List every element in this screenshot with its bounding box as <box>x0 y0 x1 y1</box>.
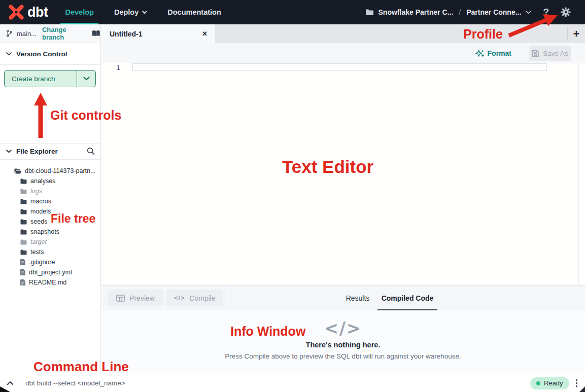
version-control-header[interactable]: Version Control <box>0 43 100 65</box>
version-control-title: Version Control <box>16 50 67 58</box>
text-editor[interactable]: 1 <box>101 63 585 285</box>
project-name: Partner Conne... <box>466 8 521 16</box>
nav-deploy[interactable]: Deploy <box>114 0 147 24</box>
dbt-logo[interactable]: dbt <box>8 4 48 20</box>
tree-item-seeds[interactable]: seeds <box>0 217 100 227</box>
preview-label: Preview <box>129 294 155 302</box>
tab-untitled-1[interactable]: Untitled-1 ✕ <box>101 24 215 43</box>
editor-toolbar: Format Save As <box>101 43 585 63</box>
folder-icon <box>20 229 27 235</box>
tree-item-label: seeds <box>30 218 47 225</box>
folder-open-icon <box>14 168 21 174</box>
status-dot <box>536 381 540 385</box>
tree-item-label: dbt_project.yml <box>29 269 72 276</box>
tree-item-macros[interactable]: macros <box>0 196 100 206</box>
close-tab-icon[interactable]: ✕ <box>202 30 208 38</box>
format-sparkle-icon <box>475 49 484 58</box>
breadcrumb-separator: / <box>459 8 461 16</box>
command-bar-divider <box>19 377 19 390</box>
file-explorer-header[interactable]: File Explorer <box>0 143 100 160</box>
tabbar-spacer <box>215 24 567 43</box>
folder-icon <box>20 219 27 225</box>
docs-book-icon[interactable] <box>92 30 100 37</box>
tree-item-readme-md[interactable]: README.md <box>0 277 100 288</box>
nav-develop[interactable]: Develop <box>65 0 93 24</box>
main-nav: Develop Deploy Documentation <box>65 0 221 24</box>
line-number: 1 <box>112 64 120 72</box>
empty-state-subtitle: Press Compile above to preview the SQL d… <box>225 352 461 360</box>
format-button[interactable]: Format <box>475 43 511 63</box>
command-bar: dbt build --select <model_name> Ready <box>0 374 585 392</box>
tree-item-label: target <box>30 238 47 245</box>
new-tab-button[interactable]: + <box>568 27 585 41</box>
file-tree: dbt-cloud-114373-partn...analyseslogsmac… <box>0 166 100 288</box>
git-bar: main... Change branch <box>0 24 101 43</box>
format-label: Format <box>488 49 511 57</box>
create-branch-label[interactable]: Create branch <box>5 70 77 87</box>
info-window: </> There's nothing here. Press Compile … <box>101 310 585 374</box>
mouse-cursor <box>0 385 11 392</box>
top-navbar: dbt Develop Deploy Documentation Snowfla… <box>0 0 585 24</box>
preview-button[interactable]: Preview <box>108 290 163 306</box>
save-as-label: Save As <box>543 50 568 57</box>
tab-results[interactable]: Results <box>339 286 376 311</box>
dbt-logo-text: dbt <box>27 5 48 20</box>
nav-deploy-label: Deploy <box>114 8 139 16</box>
tree-item-analyses[interactable]: analyses <box>0 176 100 186</box>
tree-item-label: snapshots <box>30 228 59 235</box>
create-branch-dropdown[interactable] <box>77 70 95 87</box>
nav-documentation-label: Documentation <box>167 8 221 16</box>
chevron-up-icon[interactable] <box>7 381 14 385</box>
command-input[interactable]: dbt build --select <model_name> <box>25 379 530 387</box>
chevron-down-icon <box>6 52 12 56</box>
search-icon[interactable] <box>87 147 95 155</box>
kebab-menu-icon[interactable] <box>576 379 578 387</box>
tree-item-snapshots[interactable]: snapshots <box>0 227 100 237</box>
tree-item-target[interactable]: target <box>0 237 100 247</box>
tree-item-label: models <box>30 208 51 215</box>
code-icon: </> <box>174 295 185 302</box>
compile-button[interactable]: </> Compile <box>166 290 223 306</box>
tree-item-logs[interactable]: logs <box>0 186 100 196</box>
panel-divider <box>231 286 231 311</box>
file-icon <box>20 269 25 275</box>
file-icon <box>20 259 25 265</box>
change-branch-link[interactable]: Change branch <box>42 26 86 41</box>
tree-item-label: README.md <box>29 279 66 286</box>
editor-scroll-gutter <box>578 63 579 285</box>
status-badge: Ready <box>530 377 569 389</box>
nav-documentation[interactable]: Documentation <box>167 0 221 24</box>
help-button[interactable]: ? <box>543 7 549 18</box>
editor-current-line[interactable] <box>132 63 547 71</box>
nav-develop-label: Develop <box>65 8 93 16</box>
git-branch-icon <box>6 29 13 38</box>
folder-icon <box>20 209 27 215</box>
status-label: Ready <box>544 379 563 387</box>
folder-icon <box>20 239 27 245</box>
chevron-down-icon <box>83 77 90 81</box>
create-branch-button[interactable]: Create branch <box>4 70 96 87</box>
account-name: Snowflake Partner C... <box>378 8 454 16</box>
save-as-button[interactable]: Save As <box>529 46 571 61</box>
resize-grip[interactable] <box>579 386 585 392</box>
table-icon <box>116 295 125 302</box>
chevron-down-icon <box>6 150 12 153</box>
tree-item-models[interactable]: models <box>0 206 100 217</box>
save-icon <box>532 50 539 57</box>
tree-item-tests[interactable]: tests <box>0 247 100 257</box>
file-explorer-title: File Explorer <box>16 148 58 155</box>
compile-label: Compile <box>189 294 215 302</box>
editor-tab-bar: Untitled-1 ✕ + <box>101 24 585 43</box>
project-selector[interactable]: Snowflake Partner C... / Partner Conne..… <box>365 8 532 16</box>
folder-icon <box>20 250 27 255</box>
settings-gear-icon[interactable] <box>561 7 571 17</box>
chevron-down-icon <box>526 11 531 14</box>
tab-compiled-code[interactable]: Compiled Code <box>377 286 437 311</box>
tree-item-dbt-cloud-114373-partn[interactable]: dbt-cloud-114373-partn... <box>0 166 100 176</box>
tree-item-label: logs <box>30 188 42 195</box>
navbar-right: Snowflake Partner C... / Partner Conne..… <box>365 7 585 18</box>
tree-item-dbt-project-yml[interactable]: dbt_project.yml <box>0 267 100 277</box>
tree-item-gitignore[interactable]: .gitignore <box>0 257 100 267</box>
bottom-panel-toolbar: Preview </> Compile Results Compiled Cod… <box>101 285 585 310</box>
chevron-down-icon <box>142 11 147 14</box>
